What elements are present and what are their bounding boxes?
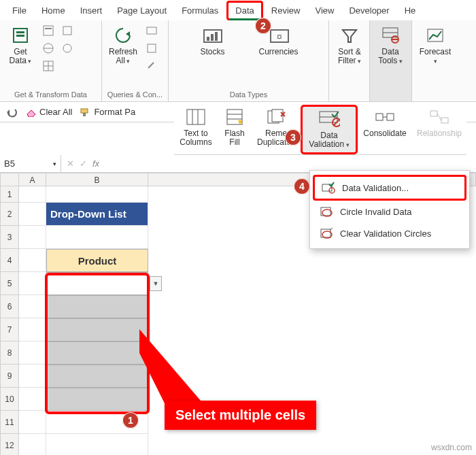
menu-circle-invalid[interactable]: Circle Invalid Data	[313, 201, 466, 222]
svg-rect-14	[148, 44, 156, 52]
data-validation-icon	[318, 108, 340, 130]
data-validation-menu: Data Validation... Circle Invalid Data C…	[309, 170, 470, 249]
existing-connections-icon[interactable]	[60, 41, 75, 56]
data-tools-expanded: Text to Columns Flash Fill Reme Duplicat…	[174, 105, 466, 155]
badge-3: 3	[285, 129, 301, 146]
text-to-columns-button[interactable]: Text to Columns	[174, 105, 218, 154]
refresh-all-button[interactable]: Refresh All	[106, 23, 140, 67]
svg-rect-4	[45, 28, 52, 29]
col-header-A[interactable]: A	[19, 173, 46, 186]
menu-insert[interactable]: Insert	[73, 3, 109, 18]
consolidate-icon	[374, 106, 396, 128]
circle-invalid-icon	[320, 205, 333, 218]
data-tools-icon	[379, 24, 401, 46]
cell-B7[interactable]	[46, 318, 148, 341]
ribbon-group-forecast: Forecast	[412, 20, 458, 101]
clear-all-button[interactable]: Clear All	[24, 107, 72, 117]
name-box[interactable]: B5▾	[0, 155, 61, 172]
row-header-10[interactable]: 10	[0, 388, 19, 411]
edit-links-icon[interactable]	[144, 58, 159, 73]
watermark: wsxdn.com	[431, 443, 472, 452]
fx-icon[interactable]: fx	[92, 158, 99, 169]
select-all-corner[interactable]	[0, 173, 19, 186]
undo-icon[interactable]	[5, 106, 18, 118]
relationships-icon	[428, 106, 450, 128]
ribbon-group-datatypes: Stocks ¤ Currencies Data Types	[169, 20, 329, 101]
row-header-7[interactable]: 7	[0, 318, 19, 341]
row-header-12[interactable]: 12	[0, 434, 19, 455]
menu-data-validation[interactable]: Data Validation...	[313, 175, 466, 201]
svg-rect-13	[147, 27, 156, 34]
data-validation-button[interactable]: Data Validation	[301, 105, 358, 154]
svg-rect-50	[441, 118, 448, 123]
ribbon-group-datatools[interactable]: Data Tools	[370, 20, 412, 101]
menu-pagelayout[interactable]: Page Layout	[110, 3, 173, 18]
menu-formulas[interactable]: Formulas	[175, 3, 225, 18]
ribbon-group-getdata: Get Data Get & Transform Data	[0, 20, 102, 101]
menu-clear-circles[interactable]: Clear Validation Circles	[313, 222, 466, 244]
row-header-1[interactable]: 1	[0, 186, 19, 203]
svg-rect-46	[376, 114, 383, 120]
row-header-5[interactable]: 5	[0, 272, 19, 295]
svg-marker-37	[238, 120, 242, 124]
row-header-4[interactable]: 4	[0, 249, 19, 272]
svg-marker-21	[343, 30, 356, 42]
row-header-11[interactable]: 11	[0, 411, 19, 434]
badge-1: 1	[122, 412, 139, 428]
svg-rect-31	[187, 109, 205, 124]
row-header-6[interactable]: 6	[0, 295, 19, 318]
badge-4: 4	[294, 178, 310, 195]
cancel-icon[interactable]: ✕	[67, 158, 74, 169]
menu-help[interactable]: He	[398, 3, 423, 18]
data-tools-button[interactable]: Data Tools	[374, 23, 407, 67]
properties-icon[interactable]	[144, 41, 159, 56]
svg-rect-16	[207, 37, 209, 41]
text-to-columns-icon	[185, 106, 207, 128]
cell-B10[interactable]	[46, 388, 148, 411]
menu-home[interactable]: Home	[35, 3, 72, 18]
refresh-icon	[112, 24, 134, 46]
from-text-csv-icon[interactable]	[41, 23, 56, 38]
menu-review[interactable]: Review	[265, 3, 307, 18]
recent-sources-icon[interactable]	[60, 23, 75, 38]
svg-marker-28	[27, 110, 35, 117]
cell-B9[interactable]	[46, 365, 148, 388]
sort-filter-button[interactable]: Sort & Filter	[333, 23, 366, 67]
enter-icon[interactable]: ✓	[80, 158, 87, 169]
menu-file[interactable]: File	[5, 3, 33, 18]
group-label-getdata: Get & Transform Data	[4, 89, 97, 100]
queries-icon[interactable]	[144, 23, 159, 38]
svg-rect-10	[63, 27, 71, 35]
flash-fill-button[interactable]: Flash Fill	[218, 105, 252, 154]
product-header-cell[interactable]: Product	[46, 249, 148, 272]
consolidate-button[interactable]: Consolidate	[358, 105, 412, 154]
row-header-9[interactable]: 9	[0, 365, 19, 388]
row-header-2[interactable]: 2	[0, 203, 19, 226]
menu-view[interactable]: View	[308, 3, 341, 18]
menu-developer[interactable]: Developer	[342, 3, 396, 18]
cell-B6[interactable]	[46, 295, 148, 318]
badge-2: 2	[255, 18, 271, 34]
cell-B5[interactable]	[46, 272, 148, 295]
format-painter-button[interactable]: Format Pa	[79, 107, 135, 117]
ribbon-group-sortfilter: Sort & Filter	[329, 20, 370, 101]
stocks-icon	[201, 24, 223, 46]
row-header-3[interactable]: 3	[0, 226, 19, 249]
from-table-icon[interactable]	[41, 58, 56, 73]
stocks-button[interactable]: Stocks	[196, 23, 228, 58]
cell-B8[interactable]	[46, 341, 148, 365]
svg-line-51	[437, 114, 441, 120]
forecast-icon	[424, 24, 446, 46]
menu-data[interactable]: Data	[226, 1, 262, 20]
title-cell[interactable]: Drop-Down List	[46, 203, 148, 226]
row-header-8[interactable]: 8	[0, 341, 19, 365]
svg-rect-3	[44, 26, 53, 35]
svg-rect-18	[215, 32, 218, 41]
svg-rect-30	[83, 113, 86, 116]
col-header-B[interactable]: B	[46, 173, 148, 186]
from-web-icon[interactable]	[41, 41, 56, 56]
forecast-button[interactable]: Forecast	[416, 23, 454, 67]
get-data-button[interactable]: Get Data	[4, 23, 37, 67]
eraser-icon	[24, 107, 37, 117]
dropdown-handle[interactable]: ▼	[150, 276, 162, 291]
